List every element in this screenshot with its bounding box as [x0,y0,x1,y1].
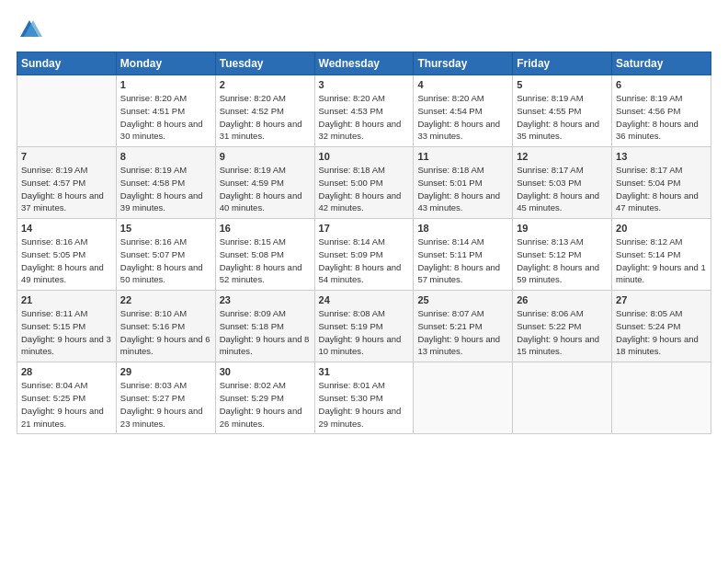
day-number: 12 [517,151,608,162]
day-info: Sunrise: 8:05 AMSunset: 5:24 PMDaylight:… [616,307,707,358]
day-cell: 6Sunrise: 8:19 AMSunset: 4:56 PMDaylight… [612,75,711,147]
day-cell: 24Sunrise: 8:08 AMSunset: 5:19 PMDayligh… [314,291,414,362]
day-number: 17 [319,223,410,234]
day-cell: 29Sunrise: 8:03 AMSunset: 5:27 PMDayligh… [116,362,215,434]
day-cell: 12Sunrise: 8:17 AMSunset: 5:03 PMDayligh… [513,147,612,219]
day-number: 20 [616,223,707,234]
day-cell [612,362,711,434]
day-info: Sunrise: 8:13 AMSunset: 5:12 PMDaylight:… [517,236,608,286]
day-cell: 27Sunrise: 8:05 AMSunset: 5:24 PMDayligh… [612,291,711,362]
day-info: Sunrise: 8:16 AMSunset: 5:05 PMDaylight:… [21,236,112,286]
day-cell: 25Sunrise: 8:07 AMSunset: 5:21 PMDayligh… [414,291,513,362]
day-info: Sunrise: 8:06 AMSunset: 5:22 PMDaylight:… [517,307,608,358]
day-cell: 20Sunrise: 8:12 AMSunset: 5:14 PMDayligh… [612,219,711,291]
col-header-thursday: Thursday [414,52,513,75]
day-number: 22 [120,294,211,305]
day-info: Sunrise: 8:14 AMSunset: 5:11 PMDaylight:… [417,236,508,286]
day-cell [513,362,612,434]
calendar-page: SundayMondayTuesdayWednesdayThursdayFrid… [0,0,728,563]
day-number: 23 [220,294,311,305]
day-number: 21 [21,294,112,305]
day-info: Sunrise: 8:03 AMSunset: 5:27 PMDaylight:… [120,379,211,430]
day-number: 15 [120,223,211,234]
day-info: Sunrise: 8:18 AMSunset: 5:01 PMDaylight:… [417,164,508,214]
day-cell: 14Sunrise: 8:16 AMSunset: 5:05 PMDayligh… [17,219,117,291]
col-header-tuesday: Tuesday [215,52,314,75]
col-header-sunday: Sunday [17,52,117,75]
day-cell: 4Sunrise: 8:20 AMSunset: 4:54 PMDaylight… [414,75,513,147]
calendar-table: SundayMondayTuesdayWednesdayThursdayFrid… [17,52,711,434]
week-row-1: 7Sunrise: 8:19 AMSunset: 4:57 PMDaylight… [17,147,711,219]
day-info: Sunrise: 8:17 AMSunset: 5:04 PMDaylight:… [616,164,707,214]
day-cell: 15Sunrise: 8:16 AMSunset: 5:07 PMDayligh… [116,219,215,291]
day-number: 24 [319,294,410,305]
day-info: Sunrise: 8:01 AMSunset: 5:30 PMDaylight:… [319,379,410,430]
day-cell: 9Sunrise: 8:19 AMSunset: 4:59 PMDaylight… [215,147,314,219]
day-info: Sunrise: 8:20 AMSunset: 4:51 PMDaylight:… [120,92,211,143]
day-number: 29 [120,366,211,377]
day-number: 18 [417,223,508,234]
day-cell: 31Sunrise: 8:01 AMSunset: 5:30 PMDayligh… [314,362,414,434]
day-info: Sunrise: 8:07 AMSunset: 5:21 PMDaylight:… [417,307,508,358]
col-header-friday: Friday [513,52,612,75]
header-row: SundayMondayTuesdayWednesdayThursdayFrid… [17,52,711,75]
day-cell [17,75,117,147]
day-number: 13 [616,151,707,162]
day-info: Sunrise: 8:04 AMSunset: 5:25 PMDaylight:… [21,379,112,430]
day-number: 27 [616,294,707,305]
day-number: 11 [417,151,508,162]
col-header-wednesday: Wednesday [314,52,414,75]
day-number: 1 [120,79,211,90]
day-number: 2 [220,79,311,90]
day-info: Sunrise: 8:19 AMSunset: 4:58 PMDaylight:… [120,164,211,214]
day-cell: 30Sunrise: 8:02 AMSunset: 5:29 PMDayligh… [215,362,314,434]
week-row-3: 21Sunrise: 8:11 AMSunset: 5:15 PMDayligh… [17,291,711,362]
day-number: 3 [319,79,410,90]
day-info: Sunrise: 8:11 AMSunset: 5:15 PMDaylight:… [21,307,112,358]
day-number: 26 [517,294,608,305]
day-number: 5 [517,79,608,90]
day-number: 30 [220,366,311,377]
day-cell: 28Sunrise: 8:04 AMSunset: 5:25 PMDayligh… [17,362,117,434]
col-header-monday: Monday [116,52,215,75]
day-cell: 1Sunrise: 8:20 AMSunset: 4:51 PMDaylight… [116,75,215,147]
day-number: 14 [21,223,112,234]
logo-icon [17,17,42,42]
day-cell: 3Sunrise: 8:20 AMSunset: 4:53 PMDaylight… [314,75,414,147]
day-cell: 16Sunrise: 8:15 AMSunset: 5:08 PMDayligh… [215,219,314,291]
day-cell: 22Sunrise: 8:10 AMSunset: 5:16 PMDayligh… [116,291,215,362]
day-number: 4 [417,79,508,90]
day-info: Sunrise: 8:12 AMSunset: 5:14 PMDaylight:… [616,236,707,286]
week-row-4: 28Sunrise: 8:04 AMSunset: 5:25 PMDayligh… [17,362,711,434]
day-cell: 19Sunrise: 8:13 AMSunset: 5:12 PMDayligh… [513,219,612,291]
day-cell [414,362,513,434]
day-info: Sunrise: 8:19 AMSunset: 4:55 PMDaylight:… [517,92,608,143]
day-cell: 21Sunrise: 8:11 AMSunset: 5:15 PMDayligh… [17,291,117,362]
day-info: Sunrise: 8:17 AMSunset: 5:03 PMDaylight:… [517,164,608,214]
col-header-saturday: Saturday [612,52,711,75]
day-info: Sunrise: 8:19 AMSunset: 4:56 PMDaylight:… [616,92,707,143]
day-info: Sunrise: 8:10 AMSunset: 5:16 PMDaylight:… [120,307,211,358]
day-info: Sunrise: 8:19 AMSunset: 4:59 PMDaylight:… [220,164,311,214]
day-cell: 8Sunrise: 8:19 AMSunset: 4:58 PMDaylight… [116,147,215,219]
day-info: Sunrise: 8:15 AMSunset: 5:08 PMDaylight:… [220,236,311,286]
day-cell: 23Sunrise: 8:09 AMSunset: 5:18 PMDayligh… [215,291,314,362]
day-cell: 7Sunrise: 8:19 AMSunset: 4:57 PMDaylight… [17,147,117,219]
day-cell: 18Sunrise: 8:14 AMSunset: 5:11 PMDayligh… [414,219,513,291]
day-cell: 26Sunrise: 8:06 AMSunset: 5:22 PMDayligh… [513,291,612,362]
day-info: Sunrise: 8:02 AMSunset: 5:29 PMDaylight:… [220,379,311,430]
day-info: Sunrise: 8:20 AMSunset: 4:53 PMDaylight:… [319,92,410,143]
day-number: 10 [319,151,410,162]
day-number: 8 [120,151,211,162]
day-info: Sunrise: 8:20 AMSunset: 4:54 PMDaylight:… [417,92,508,143]
day-cell: 5Sunrise: 8:19 AMSunset: 4:55 PMDaylight… [513,75,612,147]
week-row-2: 14Sunrise: 8:16 AMSunset: 5:05 PMDayligh… [17,219,711,291]
day-info: Sunrise: 8:08 AMSunset: 5:19 PMDaylight:… [319,307,410,358]
day-number: 31 [319,366,410,377]
day-cell: 2Sunrise: 8:20 AMSunset: 4:52 PMDaylight… [215,75,314,147]
day-cell: 10Sunrise: 8:18 AMSunset: 5:00 PMDayligh… [314,147,414,219]
day-number: 9 [220,151,311,162]
day-info: Sunrise: 8:20 AMSunset: 4:52 PMDaylight:… [220,92,311,143]
day-info: Sunrise: 8:14 AMSunset: 5:09 PMDaylight:… [319,236,410,286]
day-number: 6 [616,79,707,90]
